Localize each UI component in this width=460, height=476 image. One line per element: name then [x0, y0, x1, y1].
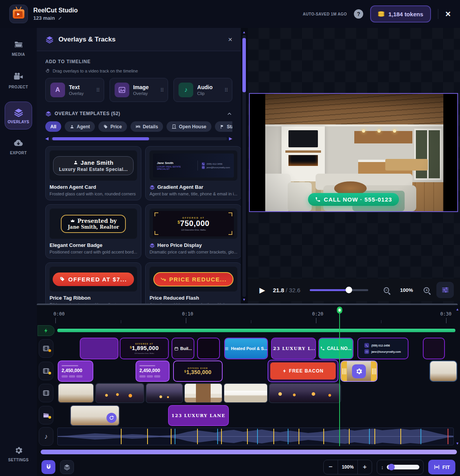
- clip-image[interactable]: [429, 360, 457, 382]
- slider-thumb[interactable]: [388, 464, 395, 471]
- tokens-badge[interactable]: 1,184 tokens: [370, 5, 431, 22]
- sidebar-item-export[interactable]: EXPORT: [0, 138, 37, 155]
- timeline-scrollbar[interactable]: [41, 450, 457, 454]
- clip-luxury-lane[interactable]: 123 LUXURY LANE: [168, 405, 229, 426]
- drag-handle-icon[interactable]: ⠿: [224, 87, 228, 93]
- clip-contact[interactable]: (555) 012-3456 jane@luxuryrealty.com: [357, 338, 409, 359]
- trim-handle-right[interactable]: [371, 361, 377, 381]
- drag-handle-icon[interactable]: ⠿: [160, 87, 164, 93]
- layers-toggle-button[interactable]: [60, 460, 74, 474]
- clip-features[interactable]: Heated Pool & S...: [224, 338, 268, 359]
- scroll-down-icon[interactable]: ▼: [242, 298, 246, 302]
- template-hero-price-display[interactable]: OFFERED AT $750,000 123 Downshire Drive,…: [145, 204, 241, 259]
- timeline-scroll-down-icon[interactable]: ▼: [456, 442, 459, 445]
- clip-overlay-solid[interactable]: [80, 338, 118, 359]
- filter-details[interactable]: Details: [130, 121, 163, 132]
- clip-offers-over[interactable]: OFFERS OVER $1,350,000: [173, 360, 223, 382]
- clip-dark[interactable]: [423, 338, 445, 359]
- track4-header[interactable]: [39, 406, 53, 424]
- video-thumbnail[interactable]: [146, 383, 183, 403]
- zoom-out-icon[interactable]: −: [384, 287, 390, 293]
- clip-price-2450000[interactable]: 2,450,000: [58, 360, 93, 382]
- filter-status[interactable]: Status: [215, 121, 232, 132]
- seek-slider[interactable]: [310, 289, 368, 291]
- edit-pencil-icon[interactable]: [58, 16, 62, 21]
- clip-image-selected[interactable]: [340, 360, 378, 382]
- track-height-slider[interactable]: [387, 465, 419, 469]
- filter-open-house[interactable]: Open House: [166, 121, 211, 132]
- beat-marker: [147, 429, 148, 444]
- track3-header[interactable]: [39, 384, 53, 402]
- scroll-right-icon[interactable]: ▶: [229, 136, 232, 141]
- clip-price-1895000[interactable]: OFFERED AT $1,895,000 123 Downshire Driv…: [120, 338, 169, 359]
- template-gradient-agent-bar[interactable]: Jane Smith LUXURY REAL ESTATE SPECIALIST…: [145, 146, 241, 200]
- clip-call-now[interactable]: CALL NO...: [318, 338, 354, 359]
- end-marker: [448, 429, 448, 444]
- refresh-icon[interactable]: [106, 413, 117, 423]
- zoom-out-button[interactable]: −: [324, 463, 338, 471]
- cue-marker: [288, 429, 288, 444]
- playhead-handle[interactable]: [337, 307, 342, 314]
- video-frame[interactable]: CALL NOW · 555-0123: [249, 93, 458, 212]
- beat-sync-bar[interactable]: [57, 329, 455, 332]
- timeline-scroll-up-icon[interactable]: ▲: [456, 307, 459, 311]
- clip-price-2450000[interactable]: 2,450,000: [136, 360, 170, 382]
- track5-header[interactable]: ♪: [39, 427, 53, 446]
- snap-magnet-button[interactable]: [41, 460, 55, 474]
- add-audio-clip-card[interactable]: ♪ Audio Clip ⠿: [173, 78, 232, 102]
- chevron-up-icon[interactable]: [227, 111, 232, 117]
- template-price-reduced-flash[interactable]: PRICE REDUCE... Price Reduced Flash Atte…: [145, 262, 241, 305]
- sidebar-item-overlays[interactable]: OVERLAYS: [5, 102, 32, 129]
- template-modern-agent-card[interactable]: Jane Smith Luxury Real Estate Special...…: [45, 146, 141, 200]
- filter-price[interactable]: Price: [98, 121, 127, 132]
- video-thumbnail[interactable]: [58, 383, 94, 403]
- audio-waveform-clip[interactable]: [57, 428, 454, 445]
- clip-settings-button[interactable]: [352, 364, 366, 378]
- panel-scrollbar[interactable]: ▲ ▼: [242, 30, 246, 302]
- project-name: 123 main: [33, 15, 55, 21]
- template-elegant-corner-badge[interactable]: Presented by Jane Smith, Realtor Elegant…: [45, 204, 141, 259]
- video-thumbnail[interactable]: [223, 383, 268, 403]
- scroll-left-icon[interactable]: ◀: [45, 136, 48, 141]
- play-button[interactable]: ▶: [259, 286, 265, 295]
- video-thumbnail[interactable]: [269, 383, 341, 403]
- clip-free-bacon[interactable]: FREE BACON: [268, 360, 338, 382]
- chips-scrollbar[interactable]: ◀ ▶: [45, 136, 232, 141]
- scroll-up-icon[interactable]: ▲: [242, 30, 246, 34]
- layers-icon: [45, 110, 51, 117]
- template-price-tag-ribbon[interactable]: OFFERED AT $7... Price Tag Ribbon Ribbon…: [45, 262, 141, 305]
- zoom-in-icon[interactable]: +: [424, 287, 429, 293]
- scrollbar-thumb[interactable]: [52, 137, 149, 140]
- track2-header[interactable]: [39, 362, 53, 380]
- sidebar-item-settings[interactable]: SETTINGS: [0, 446, 37, 462]
- fit-button[interactable]: FIT: [428, 460, 456, 474]
- scrollbar-thumb[interactable]: [242, 38, 246, 92]
- clip-dark[interactable]: [197, 338, 220, 359]
- clip-address[interactable]: 123 LUXURY L...: [271, 338, 316, 359]
- filter-all[interactable]: All: [45, 121, 61, 132]
- track1-header[interactable]: [39, 339, 53, 358]
- templates-header: OVERLAY TEMPLATES (52): [55, 111, 120, 116]
- slider-thumb[interactable]: [345, 287, 352, 293]
- add-text-overlay-card[interactable]: A Text Overlay ⠿: [45, 78, 104, 102]
- clip-building[interactable]: Buil...: [172, 338, 194, 359]
- panel-close-icon[interactable]: ×: [228, 35, 232, 44]
- filter-agent[interactable]: Agent: [65, 121, 95, 132]
- preview-settings-button[interactable]: [436, 282, 454, 298]
- sidebar-item-project[interactable]: PROJECT: [0, 72, 37, 89]
- video-thumbnail[interactable]: [95, 383, 144, 403]
- close-button[interactable]: ×: [445, 9, 451, 19]
- mail-icon: [202, 166, 204, 169]
- beat-track-icon[interactable]: [38, 325, 55, 336]
- add-image-overlay-card[interactable]: Image Overlay ⠿: [110, 78, 168, 102]
- sidebar-item-media[interactable]: MEDIA: [0, 40, 37, 57]
- clip-image-rotate[interactable]: [70, 405, 120, 426]
- help-button[interactable]: ?: [354, 9, 363, 19]
- call-now-overlay[interactable]: CALL NOW · 555-0123: [308, 193, 399, 206]
- music-note-icon: ♪: [45, 433, 48, 441]
- playhead[interactable]: [339, 308, 340, 446]
- drag-handle-icon[interactable]: ⠿: [96, 87, 100, 93]
- video-thumbnail[interactable]: [184, 383, 223, 403]
- zoom-in-button[interactable]: +: [358, 463, 372, 471]
- trim-handle-left[interactable]: [341, 361, 347, 381]
